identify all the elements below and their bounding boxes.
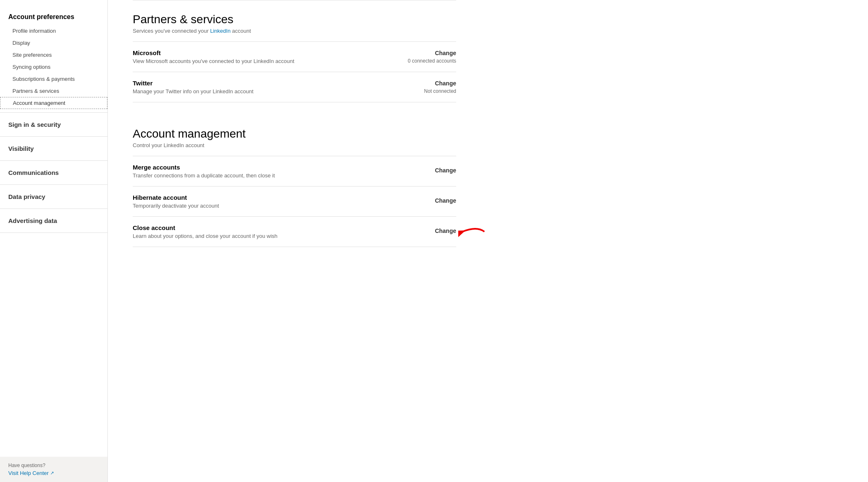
- microsoft-row-left: Microsoft View Microsoft accounts you've…: [133, 49, 294, 64]
- sidebar-item-syncing-options[interactable]: Syncing options: [0, 61, 107, 73]
- sidebar-divider-4: [0, 184, 107, 185]
- partners-services-section-header: Partners & services Services you've conn…: [133, 0, 456, 42]
- sidebar-footer: Have questions? Visit Help Center ↗: [0, 457, 107, 482]
- hibernate-account-row: Hibernate account Temporarily deactivate…: [133, 187, 456, 217]
- merge-accounts-row-left: Merge accounts Transfer connections from…: [133, 164, 275, 179]
- sidebar-section-account-preferences[interactable]: Account preferences: [0, 8, 107, 25]
- twitter-change-button[interactable]: Change: [406, 80, 456, 87]
- sidebar-footer-link-label: Visit Help Center: [8, 470, 49, 476]
- sidebar-nav-communications[interactable]: Communications: [0, 164, 107, 181]
- sidebar-footer-question: Have questions?: [8, 463, 99, 468]
- microsoft-row: Microsoft View Microsoft accounts you've…: [133, 42, 456, 72]
- sidebar-item-site-preferences[interactable]: Site preferences: [0, 49, 107, 61]
- sidebar-divider-3: [0, 160, 107, 161]
- partners-services-subtitle: Services you've connected your LinkedIn …: [133, 28, 456, 34]
- merge-accounts-title: Merge accounts: [133, 164, 275, 171]
- microsoft-status: 0 connected accounts: [406, 58, 456, 64]
- hibernate-account-row-left: Hibernate account Temporarily deactivate…: [133, 194, 219, 209]
- close-account-row: Close account Learn about your options, …: [133, 217, 456, 247]
- sidebar-divider-2: [0, 136, 107, 137]
- close-account-title: Close account: [133, 224, 277, 231]
- linkedin-link[interactable]: LinkedIn: [210, 28, 231, 34]
- hibernate-account-title: Hibernate account: [133, 194, 219, 201]
- subtitle-text: Services you've connected your: [133, 28, 210, 34]
- sidebar-divider-1: [0, 112, 107, 113]
- merge-accounts-desc: Transfer connections from a duplicate ac…: [133, 172, 275, 179]
- external-link-icon: ↗: [50, 470, 54, 476]
- hibernate-account-desc: Temporarily deactivate your account: [133, 203, 219, 209]
- sidebar-item-subscriptions-payments[interactable]: Subscriptions & payments: [0, 73, 107, 85]
- twitter-title: Twitter: [133, 80, 253, 87]
- arrow-close-account-icon: [458, 224, 485, 239]
- hibernate-account-row-right: Change: [406, 197, 456, 206]
- main-content: Partners & services Services you've conn…: [108, 0, 481, 482]
- merge-accounts-row-right: Change: [406, 167, 456, 175]
- sidebar-nav-advertising-data[interactable]: Advertising data: [0, 212, 107, 229]
- twitter-row-left: Twitter Manage your Twitter info on your…: [133, 80, 253, 94]
- close-account-row-left: Close account Learn about your options, …: [133, 224, 277, 239]
- sidebar-footer-help-link[interactable]: Visit Help Center ↗: [8, 470, 99, 476]
- hibernate-account-change-button[interactable]: Change: [406, 197, 456, 204]
- subtitle-end: account: [231, 28, 251, 34]
- sidebar-divider-5: [0, 208, 107, 209]
- sidebar-nav-visibility[interactable]: Visibility: [0, 140, 107, 157]
- sidebar-nav-data-privacy[interactable]: Data privacy: [0, 188, 107, 205]
- merge-accounts-change-button[interactable]: Change: [406, 167, 456, 174]
- sidebar-item-display[interactable]: Display: [0, 37, 107, 49]
- close-account-desc: Learn about your options, and close your…: [133, 233, 277, 239]
- twitter-desc: Manage your Twitter info on your LinkedI…: [133, 88, 253, 94]
- close-account-change-button[interactable]: Change: [406, 228, 456, 234]
- twitter-status: Not connected: [406, 88, 456, 94]
- sidebar: Account preferences Profile information …: [0, 0, 108, 482]
- microsoft-desc: View Microsoft accounts you've connected…: [133, 58, 294, 64]
- sidebar-item-profile-information[interactable]: Profile information: [0, 25, 107, 37]
- sidebar-divider-6: [0, 233, 107, 233]
- account-management-title: Account management: [133, 127, 456, 140]
- microsoft-change-button[interactable]: Change: [406, 50, 456, 56]
- account-management-section-header: Account management Control your LinkedIn…: [133, 115, 456, 156]
- twitter-row: Twitter Manage your Twitter info on your…: [133, 72, 456, 102]
- sidebar-nav-sign-in-security[interactable]: Sign in & security: [0, 116, 107, 133]
- sidebar-item-account-management[interactable]: Account management: [0, 97, 107, 109]
- microsoft-title: Microsoft: [133, 49, 294, 56]
- microsoft-row-right: Change 0 connected accounts: [406, 50, 456, 64]
- twitter-row-right: Change Not connected: [406, 80, 456, 94]
- merge-accounts-row: Merge accounts Transfer connections from…: [133, 156, 456, 187]
- sidebar-item-partners-services[interactable]: Partners & services: [0, 85, 107, 97]
- partners-services-title: Partners & services: [133, 13, 456, 26]
- close-account-row-right: Change: [406, 228, 456, 236]
- account-management-subtitle: Control your LinkedIn account: [133, 142, 456, 148]
